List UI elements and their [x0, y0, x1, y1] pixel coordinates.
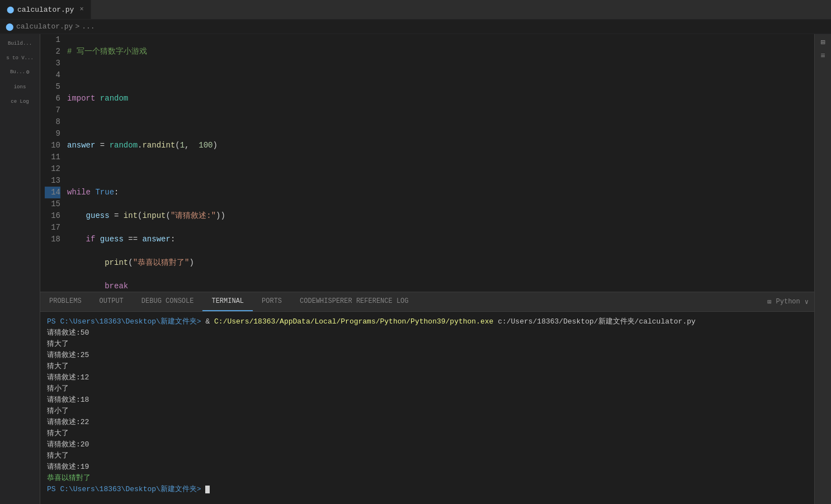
- tab-problems[interactable]: PROBLEMS: [40, 292, 91, 311]
- terminal-panel: PROBLEMS OUTPUT DEBUG CONSOLE TERMINAL P…: [40, 292, 814, 504]
- breadcrumb-context: ...: [82, 22, 95, 31]
- python-file-icon: ⬤: [7, 6, 14, 14]
- tab-close-button[interactable]: ×: [79, 6, 83, 13]
- line-6: [67, 163, 803, 175]
- terminal-result-7: 恭喜以猜對了: [47, 473, 808, 484]
- tab-ports[interactable]: PORTS: [253, 292, 291, 311]
- sidebar-item-celog[interactable]: ce Log: [0, 94, 40, 108]
- line-11: break: [67, 280, 803, 292]
- sidebar-item-stov[interactable]: s to V...: [0, 51, 40, 64]
- terminal-prompt-1: 请猜敘述:50: [47, 327, 808, 339]
- sidebar-ions-label: ions: [2, 84, 37, 90]
- line-4: [67, 116, 803, 128]
- right-sidebar-icon2[interactable]: ≡: [820, 51, 825, 60]
- code-content[interactable]: # 写一个猜数字小游戏 import random answer = rando…: [67, 34, 814, 292]
- terminal-final-prompt: PS C:\Users\18363\Desktop\新建文件夹>: [47, 484, 808, 495]
- terminal-result-2: 猜大了: [47, 361, 808, 372]
- breadcrumb: ⬤ calculator.py > ...: [0, 20, 831, 34]
- sidebar-item-bu[interactable]: Bu... ⚙: [0, 65, 40, 79]
- editor-terminal-area: 12345 678910 111213 14 15161718 # 写一个猜数字…: [40, 34, 814, 504]
- line-7: while True:: [67, 187, 803, 198]
- line-1: # 写一个猜数字小游戏: [67, 46, 803, 58]
- line-3: import random: [67, 93, 803, 104]
- terminal-result-3: 猜小了: [47, 383, 808, 394]
- terminal-content[interactable]: PS C:\Users\18363\Desktop\新建文件夹> & C:/Us…: [40, 312, 814, 504]
- right-sidebar-icon1[interactable]: ⊞: [820, 37, 825, 47]
- line-numbers: 12345 678910 111213 14 15161718: [40, 34, 67, 292]
- terminal-result-1: 猜大了: [47, 339, 808, 350]
- sidebar-build-label: Build...: [2, 41, 37, 46]
- tab-debug-console[interactable]: DEBUG CONSOLE: [133, 292, 203, 311]
- file-icon: ⬤: [6, 22, 14, 31]
- terminal-prompt-6: 请猜敘述:20: [47, 439, 808, 450]
- terminal-result-4: 猜小了: [47, 406, 808, 417]
- editor-tab[interactable]: ⬤ calculator.py ×: [0, 0, 91, 19]
- breadcrumb-file: calculator.py: [16, 22, 73, 31]
- activity-bar: Build... s to V... Bu... ⚙ ions ce Log: [0, 34, 40, 504]
- code-editor[interactable]: 12345 678910 111213 14 15161718 # 写一个猜数字…: [40, 34, 814, 292]
- sidebar-item-build[interactable]: Build...: [0, 36, 40, 50]
- line-8: guess = int(input("请猜敘述:")): [67, 210, 803, 222]
- tab-output[interactable]: OUTPUT: [91, 292, 133, 311]
- line-10: print("恭喜以猜對了"): [67, 257, 803, 269]
- terminal-prompt-5: 请猜敘述:22: [47, 417, 808, 428]
- right-sidebar: ⊞ ≡: [814, 34, 831, 504]
- terminal-result-5: 猜大了: [47, 428, 808, 439]
- terminal-result-6: 猜大了: [47, 450, 808, 462]
- terminal-line-cmd: PS C:\Users\18363\Desktop\新建文件夹> & C:/Us…: [47, 316, 808, 327]
- terminal-prompt-4: 请猜敘述:18: [47, 394, 808, 406]
- line-2: [67, 69, 803, 81]
- terminal-layout-icon[interactable]: ⊞: [767, 298, 771, 306]
- gear-icon[interactable]: ⚙: [26, 69, 30, 75]
- code-area: 12345 678910 111213 14 15161718 # 写一个猜数字…: [40, 34, 814, 292]
- terminal-chevron-icon[interactable]: ∨: [805, 298, 809, 306]
- terminal-python-label: Python: [776, 298, 800, 306]
- tab-label: calculator.py: [17, 6, 74, 14]
- sidebar-bu-label: Bu...: [10, 69, 25, 75]
- sidebar-item-ions[interactable]: ions: [0, 80, 40, 93]
- line-9: if guess == answer:: [67, 234, 803, 245]
- terminal-tabs: PROBLEMS OUTPUT DEBUG CONSOLE TERMINAL P…: [40, 292, 814, 312]
- terminal-prompt-2: 请猜敘述:25: [47, 350, 808, 361]
- tab-codewhisperer[interactable]: CODEWHISPERER REFERENCE LOG: [291, 292, 417, 311]
- tab-bar: ⬤ calculator.py ×: [0, 0, 831, 20]
- terminal-actions: ⊞ Python ∨: [767, 298, 814, 306]
- terminal-prompt-7: 请猜敘述:19: [47, 462, 808, 473]
- terminal-prompt-3: 请猜敘述:12: [47, 372, 808, 383]
- sidebar-stov-label: s to V...: [2, 55, 37, 61]
- sidebar-celog-label: ce Log: [2, 99, 37, 104]
- line-5: answer = random.randint(1, 100): [67, 140, 803, 151]
- main-area: Build... s to V... Bu... ⚙ ions ce Log 1…: [0, 34, 831, 504]
- breadcrumb-sep: >: [75, 22, 79, 31]
- tab-terminal[interactable]: TERMINAL: [202, 292, 253, 311]
